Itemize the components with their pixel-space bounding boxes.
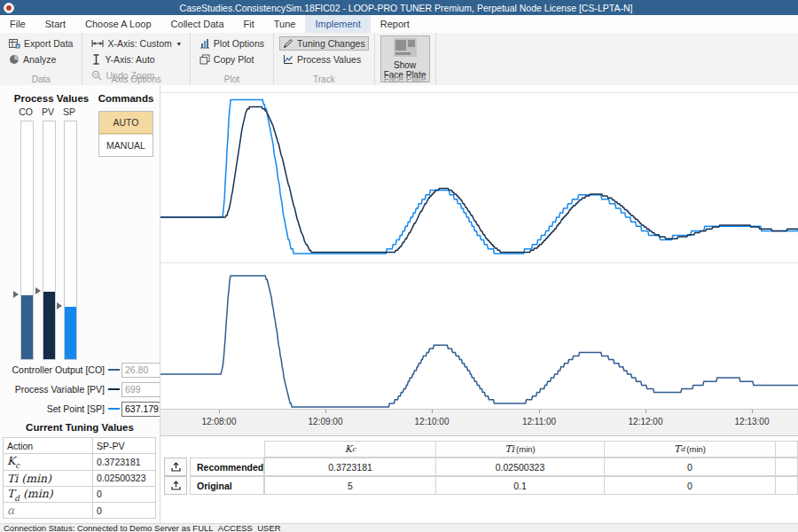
pv-trend-line (160, 107, 798, 253)
tab-file[interactable]: File (0, 15, 35, 33)
tuning-row-action: ActionSP-PV (4, 438, 156, 454)
tuning-param-value: 0.02500323 (93, 470, 156, 486)
ribbon-group-label: Track (274, 74, 374, 84)
original-k-c-value: 5 (264, 476, 436, 495)
tuning-changes-button[interactable]: Tuning Changes (279, 36, 369, 51)
original-ti-min-value: 0.1 (435, 476, 605, 495)
tuning-param-label: Kc (4, 454, 93, 471)
ribbon-group-plot: Plot OptionsCopy PlotPlot (191, 33, 274, 85)
chevron-down-icon[interactable]: ▾ (177, 40, 181, 48)
recommended-ti-min-value: 0.02500323 (435, 458, 605, 476)
plot-area: 12:08:0012:09:0012:10:0012:11:0012:12:00… (160, 85, 798, 523)
analyze-button[interactable]: Analyze (5, 52, 76, 66)
co-trend-line (160, 276, 798, 407)
plot-options-button[interactable]: Plot Options (196, 36, 268, 51)
tuning-row-t-d-min: Td (min)0 (4, 486, 156, 503)
tuning-row-ti-min: Ti (min)0.02500323 (4, 470, 156, 486)
co-slider-thumb[interactable] (13, 291, 19, 298)
sp-slider-track[interactable] (64, 121, 77, 360)
legend-dash-icon (108, 388, 120, 390)
export-data-button[interactable]: Export Data (5, 36, 76, 51)
ribbon-item-label: Analyze (23, 54, 56, 65)
pv-slider-track[interactable] (43, 121, 56, 360)
export-data-icon (9, 38, 20, 49)
pv-sp-chart[interactable] (160, 92, 798, 261)
ribbon-item-label: Copy Plot (214, 54, 254, 65)
manual-button[interactable]: MANUAL (99, 134, 153, 156)
plot-options-icon (200, 38, 210, 49)
upload-recommended-button[interactable] (164, 458, 187, 476)
tab-report[interactable]: Report (371, 15, 419, 33)
ribbon-item-label: Tuning Changes (297, 38, 365, 49)
slider-label-co: CO (15, 106, 36, 117)
legend-dash-icon (108, 408, 120, 410)
ribbon-group-label: Face Plate (375, 74, 435, 84)
co-chart[interactable] (160, 262, 798, 410)
axis-tick (432, 410, 433, 413)
recommended-row-label: Recommended (190, 458, 264, 476)
legend-dash-icon (108, 369, 120, 371)
controller-output-co-input[interactable]: 26.80 (121, 363, 162, 378)
ribbon-group-label: Data (0, 74, 82, 84)
x-axis-custom-button[interactable]: X-Axis: Custom▾ (88, 36, 184, 51)
ribbon-item-label: Plot Options (214, 38, 264, 49)
tuning-row-k-c: Kc0.3723181 (4, 454, 156, 471)
tab-tune[interactable]: Tune (264, 15, 306, 33)
axis-tick-label: 12:09:00 (299, 417, 352, 426)
axis-tick (539, 410, 540, 413)
axis-tick-label: 12:08:00 (192, 417, 246, 426)
pv-slider-thumb[interactable] (35, 287, 41, 294)
tuning-changes-icon (283, 38, 293, 49)
column-header-t-d-min: Td(min) (604, 441, 776, 458)
tab-fit[interactable]: Fit (234, 15, 264, 33)
ribbon-item-label: Process Values (297, 54, 361, 65)
upload-original-button[interactable] (164, 476, 187, 495)
commands-title: Commands (98, 93, 154, 104)
tab-collect-data[interactable]: Collect Data (161, 15, 234, 33)
tuning-param-label: Td (min) (4, 486, 93, 503)
axis-tick (219, 410, 220, 413)
menu-tab-bar: FileStartChoose A LoopCollect DataFitTun… (0, 15, 798, 34)
tab-choose-a-loop[interactable]: Choose A Loop (75, 15, 161, 33)
process-values-icon (283, 54, 293, 65)
auto-button[interactable]: AUTO (99, 112, 153, 134)
copy-plot-icon (200, 54, 210, 65)
pv-slider-fill (43, 292, 55, 359)
slider-label-sp: SP (59, 106, 80, 117)
ribbon-group-axis-options: X-Axis: Custom▾Y-Axis: AutoUndo ZoomAxis… (82, 33, 190, 85)
loop-pro-tuner-window: CaseStudies.ConsistencySim.18FIC02 - LOO… (0, 0, 798, 532)
axis-tick-label: 12:10:00 (405, 417, 458, 426)
sp-slider-thumb[interactable] (57, 302, 62, 309)
co-slider-track[interactable] (20, 121, 34, 360)
sp-slider-fill (65, 307, 76, 359)
column-header-extra (775, 441, 798, 458)
current-tuning-values-title: Current Tuning Values (4, 422, 156, 433)
current-tuning-values-table: ActionSP-PVKc0.3723181Ti (min)0.02500323… (3, 437, 156, 519)
ribbon-group-label: Axis Options (82, 74, 189, 84)
process-variable-pv-input[interactable]: 699 (121, 382, 162, 397)
tab-start[interactable]: Start (35, 15, 75, 33)
command-box: AUTOMANUAL (98, 111, 153, 157)
column-header-k-c: Kc (264, 441, 436, 458)
tuning-param-value: 0 (93, 486, 156, 503)
set-point-sp-input[interactable]: 637.1791 (121, 402, 162, 417)
axis-tick-label: 12:11:00 (512, 417, 566, 426)
recommended-k-c-value: 0.3723181 (264, 458, 436, 476)
x-axis-icon (91, 39, 104, 48)
process-variable-pv-label: Process Variable [PV] (0, 384, 105, 395)
title-bar: CaseStudies.ConsistencySim.18FIC02 - LOO… (0, 0, 798, 15)
analyze-icon (9, 54, 20, 65)
y-axis-auto-button[interactable]: Y-Axis: Auto (88, 52, 184, 66)
tuning-row-: α0 (4, 503, 156, 519)
window-title: CaseStudies.ConsistencySim.18FIC02 - LOO… (14, 3, 798, 13)
set-point-sp-label: Set Point [SP] (0, 403, 105, 414)
ribbon-group-data: Export DataAnalyzeData (0, 33, 82, 85)
process-values-button[interactable]: Process Values (279, 52, 369, 66)
ribbon-item-label: Export Data (24, 38, 73, 49)
show-face-plate-icon (394, 38, 417, 57)
slider-label-pv: PV (37, 106, 59, 117)
tab-implement[interactable]: Implement (305, 15, 370, 33)
tuning-param-label: Action (4, 438, 93, 454)
ribbon-group-label: Plot (191, 74, 273, 84)
copy-plot-button[interactable]: Copy Plot (196, 52, 268, 66)
